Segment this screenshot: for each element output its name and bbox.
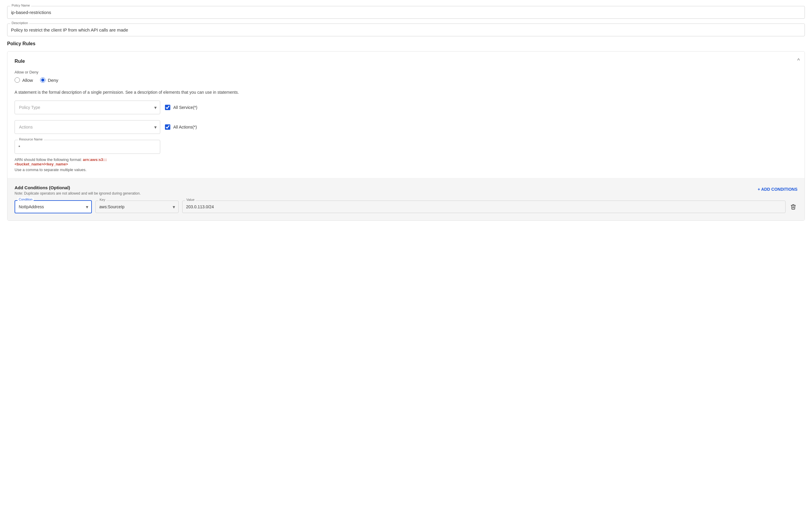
radio-group: Allow Deny [15, 78, 797, 83]
statement-description: A statement is the formal description of… [15, 90, 797, 95]
key-label: Key [98, 198, 106, 201]
rule-collapse-button[interactable]: ^ [797, 57, 800, 64]
policy-name-label: Policy Name [10, 3, 31, 7]
rule-card: Rule ^ Allow or Deny Allow Deny A statem… [7, 51, 805, 221]
condition-select[interactable]: NotIpAddress IpAddress StringEquals [15, 200, 92, 213]
deny-radio-option[interactable]: Deny [40, 78, 58, 83]
all-service-checkbox-label[interactable]: All Service(*) [165, 105, 197, 110]
key-dropdown-container: Key aws:SourceIp aws:SourceVpc ▾ [96, 200, 179, 213]
conditions-title: Add Conditions (Optional) [15, 185, 141, 190]
value-label: Value [185, 198, 195, 201]
deny-radio-input[interactable] [40, 78, 45, 83]
actions-row: Actions ▾ All Actions(*) [15, 120, 797, 134]
policy-type-select[interactable]: Policy Type [15, 101, 160, 114]
policy-type-row: Policy Type ▾ All Service(*) [15, 101, 797, 114]
policy-rules-section-title: Policy Rules [7, 41, 805, 46]
actions-select[interactable]: Actions [15, 120, 160, 134]
arn-hint: ARN should follow the following format: … [15, 157, 160, 166]
value-input[interactable] [182, 200, 785, 213]
conditions-header-text: Add Conditions (Optional) Note: Duplicat… [15, 185, 141, 195]
all-actions-label: All Actions(*) [173, 125, 197, 129]
condition-dropdown-container: Condition NotIpAddress IpAddress StringE… [15, 200, 92, 213]
deny-radio-label: Deny [48, 78, 58, 83]
rule-title: Rule [15, 59, 797, 64]
key-select[interactable]: aws:SourceIp aws:SourceVpc [96, 200, 179, 213]
allow-radio-option[interactable]: Allow [15, 78, 33, 83]
allow-radio-label: Allow [22, 78, 33, 83]
conditions-header: Add Conditions (Optional) Note: Duplicat… [15, 185, 797, 195]
resource-name-input[interactable] [18, 142, 156, 151]
value-field-container: Value [182, 200, 785, 213]
description-label: Description [10, 21, 29, 25]
delete-condition-button[interactable] [789, 202, 797, 211]
arn-hint2: Use a comma to separate multiple values. [15, 168, 797, 172]
policy-type-dropdown-container: Policy Type ▾ [15, 101, 160, 114]
trash-icon [790, 204, 796, 210]
condition-label: Condition [17, 198, 33, 201]
description-field: Description [7, 24, 805, 36]
allow-deny-label: Allow or Deny [15, 70, 797, 74]
allow-radio-input[interactable] [15, 78, 20, 83]
resource-name-label: Resource Name [18, 138, 44, 141]
all-service-checkbox[interactable] [165, 105, 170, 110]
conditions-section: Add Conditions (Optional) Note: Duplicat… [8, 178, 804, 221]
resource-name-field: Resource Name [15, 140, 160, 154]
policy-name-field: Policy Name [7, 6, 805, 19]
add-conditions-button[interactable]: + ADD CONDITIONS [758, 185, 797, 193]
actions-dropdown-container: Actions ▾ [15, 120, 160, 134]
page-container: Policy Name Description Policy Rules Rul… [0, 0, 812, 227]
description-input[interactable] [11, 26, 801, 33]
arn-hint-bold: arn:aws:s3:::<bucket_name>/<key_name> [15, 157, 107, 166]
condition-row: Condition NotIpAddress IpAddress StringE… [15, 200, 797, 213]
conditions-note: Note: Duplicate operators are not allowe… [15, 191, 141, 195]
policy-name-input[interactable] [11, 9, 801, 16]
all-actions-checkbox-label[interactable]: All Actions(*) [165, 124, 197, 130]
all-service-label: All Service(*) [173, 105, 197, 110]
all-actions-checkbox[interactable] [165, 124, 170, 130]
